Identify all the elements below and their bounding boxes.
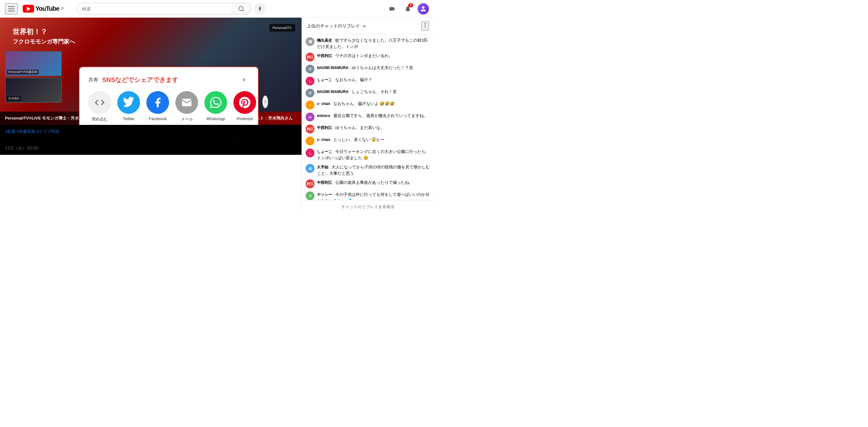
facebook-icon [152, 97, 163, 108]
chat-message-text: なおちゃん、脇汗？ [335, 77, 372, 82]
chat-content: NAOMI INAMURA ゆうちゃんは大丈夫だった！？笑 [317, 65, 430, 71]
chat-content: 中西利江 ウチの方はトンボまだいるわ。 [317, 53, 430, 59]
chat-username: 中西利江 [317, 54, 332, 58]
video-title: 【クリエーターズ対談vol.28】升水翔兵さん：徹底して振り切れ！好きなことで生… [5, 136, 297, 144]
chat-message-11: 始 久宇始 大人になってから子供の頃の怪我の傷を見て懐かしむこと。大事だと思う [306, 164, 430, 176]
twitter-icon [123, 97, 134, 108]
mail-icon-circle [175, 91, 198, 114]
chat-message-text: 大人になってから子供の頃の怪我の傷を見て懐かしむこと。大事だと思う [317, 164, 430, 176]
main-layout: 世界初！？ フクロモモンガ専門家へ PersonaliTV. Personali… [0, 18, 434, 214]
chat-username: mimico [317, 114, 330, 118]
chat-content: mimico 最近公園ですら、遊具が撤去されていってますね。 [317, 113, 430, 119]
chat-message-text: 最近公園ですら、遊具が撤去されていってますね。 [333, 113, 428, 118]
chat-content: 久宇始 大人になってから子供の頃の怪我の傷を見て懐かしむこと。大事だと思う [317, 164, 430, 176]
share-modal: 共有 SNSなどでシェアできます × 埋め込む [79, 66, 259, 125]
chat-message-text: とっしい、若くない 😱ヒー [333, 137, 385, 142]
chat-message-5: N NAOMI INAMURA しょこちゃん、それ！笑 [306, 89, 430, 97]
share-embed-item[interactable]: 埋め込む [88, 91, 111, 122]
share-mail-item[interactable]: メール [175, 91, 198, 122]
chat-message-text: 今日ウォーキングに近くの大きい公園に行ったら、トンボいっぱい居ました 😊 [317, 149, 430, 160]
thumbnail-stack: PersonaliTV®佐藤安南 升水翔兵 [5, 51, 62, 103]
chat-avatar: し [306, 77, 314, 86]
create-icon [389, 5, 396, 12]
svg-point-4 [425, 27, 426, 27]
personali-badge: PersonaliTV. [269, 24, 295, 32]
thumb-host: PersonaliTV®佐藤安南 [5, 51, 62, 76]
header-left: YouTubeJP [5, 3, 64, 14]
video-section: 世界初！？ フクロモモンガ専門家へ PersonaliTV. Personali… [0, 18, 302, 214]
chat-username: c- chan [317, 138, 330, 142]
chat-message-text: 蚊ですら少なくなりました。八王子でもこの前1匹だけ見ました。トンボ [317, 38, 428, 49]
modal-close-button[interactable]: × [239, 75, 249, 85]
chat-message-text: しょこちゃん、それ！笑 [352, 89, 397, 94]
video-player[interactable]: 世界初！？ フクロモモンガ専門家へ PersonaliTV. Personali… [0, 18, 302, 125]
svg-point-0 [239, 6, 243, 10]
chat-avatar: 鶴 [306, 37, 314, 46]
mic-button[interactable] [254, 3, 266, 15]
chat-avatar: し [306, 149, 314, 157]
share-facebook-item[interactable]: Facebook [146, 91, 169, 121]
embed-label: 埋め込む [91, 116, 108, 122]
chat-username: NAOMI INAMURA [317, 90, 348, 94]
chat-message-text: 公園の遊具も事故があったりで減ったね。 [335, 180, 413, 185]
guest-label: 升水翔兵 [7, 96, 21, 101]
logo[interactable]: YouTubeJP [23, 5, 64, 12]
chat-content: c- chan なおちゃん、脇汗ないよ 🤣🤣🤣 [317, 101, 430, 107]
host-label: PersonaliTV®佐藤安南 [7, 70, 38, 74]
chat-username: c- chan [317, 101, 330, 106]
more-vert-icon [422, 22, 428, 28]
chat-avatar: 利江 [306, 53, 314, 61]
chat-avatar: 利江 [306, 179, 314, 188]
chat-message-text: なおちゃん、脇汗ないよ 🤣🤣🤣 [333, 101, 395, 106]
chat-username: 鶴丸高史 [317, 38, 332, 42]
modal-share-label: 共有 [88, 77, 98, 83]
search-icon [238, 6, 244, 12]
svg-line-1 [243, 10, 244, 11]
video-tags: #起業 #佐藤安南 #ライブ対談 [5, 129, 297, 134]
avatar[interactable] [417, 3, 429, 14]
chat-more-button[interactable] [422, 22, 429, 31]
notifications-button[interactable]: 9 [402, 3, 414, 15]
twitter-icon-circle [117, 91, 140, 114]
chat-avatar: c [306, 136, 314, 145]
avatar-icon [420, 5, 427, 12]
chat-username: NAOMI INAMURA [317, 66, 348, 70]
search-button[interactable] [231, 3, 251, 15]
hide-replay-button[interactable]: チャットのリプレイを非表示 [341, 204, 395, 210]
hamburger-menu[interactable] [5, 3, 18, 14]
chat-message-1: 鶴 鶴丸高史 蚊ですら少なくなりました。八王子でもこの前1匹だけ見ました。トンボ [306, 37, 430, 50]
overlay-line1: 世界初！？ [12, 27, 75, 37]
whatsapp-icon-circle [205, 91, 227, 114]
modal-header: 共有 SNSなどでシェアできます × [88, 75, 249, 85]
chat-message-10: し しょーこ 今日ウォーキングに近くの大きい公園に行ったら、トンボいっぱい居まし… [306, 149, 430, 161]
chat-message-8: 利江 中西利江 ゆうちゃん、まだ若いな。 [306, 125, 430, 133]
chat-username: 中西利江 [317, 125, 332, 130]
chat-header-title: 上位のチャットのリプレイ [307, 23, 367, 29]
chat-message-text: ゆうちゃんは大丈夫だった！？笑 [352, 65, 413, 70]
share-whatsapp-item[interactable]: WhatsApp [205, 91, 227, 121]
notification-badge: 9 [408, 3, 413, 7]
share-twitter-item[interactable]: Twitter [117, 91, 140, 121]
header-right: 9 [386, 3, 429, 15]
chat-avatar: ヤ [306, 191, 314, 200]
share-pinterest-item[interactable]: Pinterest [234, 91, 256, 121]
video-container: 世界初！？ フクロモモンガ専門家へ PersonaliTV. Personali… [0, 18, 302, 155]
chat-message-13: ヤ ヤッシー 今の子供は外に行っても何をして遊べばいいのか分からないみたい 💦 [306, 191, 430, 200]
chat-avatar: c [306, 101, 314, 110]
chat-message-text: ゆうちゃん、まだ若いな。 [335, 125, 384, 130]
youtube-logo-sup: JP [61, 7, 64, 10]
mail-label: メール [181, 116, 193, 122]
modal-sns-title: SNSなどでシェアできます [102, 76, 178, 84]
chat-content: ヤッシー 今の子供は外に行っても何をして遊べばいいのか分からないみたい 💦 [317, 191, 430, 200]
chevron-right-icon [263, 99, 268, 104]
search-input[interactable] [76, 3, 231, 15]
chat-message-text: 今の子供は外に行っても何をして遊べばいいのか分からないみたい 💦 [317, 192, 430, 200]
embed-icon [95, 97, 105, 108]
share-next-button[interactable] [262, 96, 268, 108]
chat-username: しょーこ [317, 78, 332, 82]
create-button[interactable] [386, 3, 398, 15]
chevron-down-icon [362, 24, 367, 29]
chat-footer: チャットのリプレイを非表示 [302, 200, 434, 214]
video-overlay-text: 世界初！？ フクロモモンガ専門家へ [12, 27, 75, 45]
chat-content: 中西利江 ゆうちゃん、まだ若いな。 [317, 125, 430, 131]
